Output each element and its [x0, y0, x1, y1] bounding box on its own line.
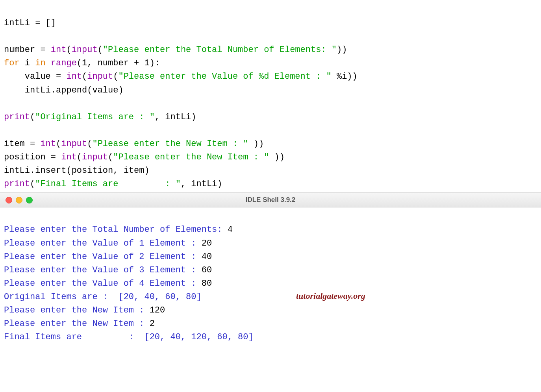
code-text: , intLi) — [155, 112, 196, 122]
builtin-range: range — [51, 58, 77, 68]
paren: ( — [30, 179, 35, 189]
code-line: intLi.insert(position, item) — [4, 166, 150, 176]
code-text: (1, number + 1): — [77, 58, 160, 68]
code-text: , intLi) — [181, 179, 222, 189]
window-controls — [0, 197, 33, 203]
builtin-input: input — [72, 45, 98, 55]
code-line: intLi.append(value) — [4, 85, 124, 95]
keyword-in: in — [35, 58, 45, 68]
user-input: 60 — [202, 265, 212, 275]
user-input: 2 — [150, 319, 155, 329]
builtin-input: input — [82, 152, 108, 162]
code-editor: intLi = [] number = int(input("Please en… — [0, 0, 541, 192]
paren: )) — [337, 45, 347, 55]
code-text — [46, 58, 51, 68]
keyword-for: for — [4, 58, 20, 68]
paren: ( — [87, 139, 92, 149]
user-input: 40 — [202, 252, 212, 262]
code-text: number = — [4, 45, 51, 55]
code-text: value = — [4, 72, 66, 81]
string-literal: "Final Items are : " — [35, 179, 181, 189]
code-text: )) — [248, 139, 264, 149]
shell-prompt: Please enter the Value of 2 Element : — [4, 252, 202, 262]
minimize-icon[interactable] — [16, 197, 22, 203]
builtin-int: int — [51, 45, 67, 55]
string-literal: "Original Items are : " — [35, 112, 155, 122]
shell-prompt: Please enter the New Item : — [4, 305, 150, 315]
user-input: 4 — [228, 225, 233, 235]
shell-prompt: Please enter the New Item : — [4, 319, 150, 329]
paren: ( — [56, 139, 61, 149]
paren: ( — [113, 72, 118, 81]
code-line: intLi = [] — [4, 18, 56, 28]
string-literal: "Please enter the New Item : " — [92, 139, 248, 149]
user-input: 80 — [202, 279, 212, 288]
paren: ( — [98, 45, 103, 55]
paren: ( — [108, 152, 113, 162]
builtin-int: int — [40, 139, 56, 149]
window-title: IDLE Shell 3.9.2 — [0, 195, 541, 205]
user-input: 20 — [202, 239, 212, 248]
builtin-print: print — [4, 179, 30, 189]
watermark-text: tutorialgateway.org — [296, 289, 365, 303]
shell-prompt: Please enter the Value of 3 Element : — [4, 265, 202, 275]
user-input: 120 — [150, 305, 165, 315]
builtin-input: input — [61, 139, 87, 149]
shell-output: Final Items are : [20, 40, 120, 60, 80] — [4, 332, 254, 342]
code-text: )) — [269, 152, 285, 162]
paren: ( — [77, 152, 82, 162]
shell-output: Original Items are : [20, 40, 60, 80] — [4, 292, 202, 302]
close-icon[interactable] — [6, 197, 12, 203]
code-text: position = — [4, 152, 61, 162]
builtin-int: int — [61, 152, 77, 162]
shell-prompt: Please enter the Total Number of Element… — [4, 225, 228, 235]
builtin-int: int — [66, 72, 82, 81]
string-literal: "Please enter the New Item : " — [113, 152, 269, 162]
string-literal: "Please enter the Value of %d Element : … — [118, 72, 331, 81]
builtin-print: print — [4, 112, 30, 122]
zoom-icon[interactable] — [26, 197, 33, 203]
paren: ( — [66, 45, 71, 55]
string-literal: "Please enter the Total Number of Elemen… — [103, 45, 337, 55]
shell-prompt: Please enter the Value of 4 Element : — [4, 279, 202, 288]
paren: ( — [82, 72, 87, 81]
paren: ( — [30, 112, 35, 122]
idle-shell-output: Please enter the Total Number of Element… — [0, 207, 541, 361]
code-text: %i)) — [332, 72, 358, 81]
code-text: item = — [4, 139, 40, 149]
code-text: i — [20, 58, 35, 68]
shell-window-titlebar: IDLE Shell 3.9.2 — [0, 192, 541, 207]
builtin-input: input — [87, 72, 113, 81]
shell-prompt: Please enter the Value of 1 Element : — [4, 239, 202, 248]
